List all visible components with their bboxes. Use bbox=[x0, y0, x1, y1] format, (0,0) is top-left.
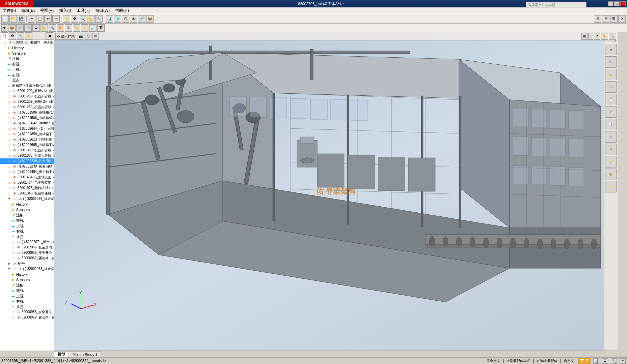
minimize-button[interactable]: ─ bbox=[608, 1, 614, 6]
cascade-button[interactable]: ⊟ bbox=[602, 15, 609, 23]
status-btn-2[interactable]: ⚙ bbox=[602, 358, 608, 364]
tile-button[interactable]: ⊞ bbox=[594, 15, 601, 23]
tree-item-part8[interactable]: ⚠ ⊖ (-) 82002642_Brother（曲轴箱 bbox=[0, 121, 54, 126]
tree-item-origin1[interactable]: ✛ 原点 bbox=[0, 78, 54, 83]
close-all-button[interactable]: ✕ bbox=[618, 15, 626, 23]
tree-item-top2[interactable]: ▬ 上视 bbox=[0, 223, 54, 229]
con-btn-2[interactable]: 🔧 bbox=[605, 56, 617, 68]
tree-item-part25[interactable]: ⚠ ⊖ 82000962_驱动体（曲轴箱下 bbox=[0, 255, 54, 261]
feature-manager-tab[interactable]: 📋 bbox=[1, 32, 8, 40]
tree-item-notes1[interactable]: 📝 注解 bbox=[0, 56, 54, 61]
con-btn-8[interactable]: 🔍 bbox=[605, 131, 617, 143]
3d-viewport[interactable]: X Y Z 佑 脊梁架构 bbox=[54, 32, 618, 351]
menu-window[interactable]: 窗口(W) bbox=[92, 7, 112, 14]
tree-item-part3[interactable]: ⚠ ⊖ 82001239_机器人管线（曲轴 bbox=[0, 94, 54, 99]
con-btn-9[interactable]: 📌 bbox=[605, 144, 617, 155]
interference-button[interactable]: ⚠ bbox=[65, 24, 72, 32]
tree-item-notes3[interactable]: 📝 注解 bbox=[0, 282, 54, 288]
save-button[interactable]: 💾 bbox=[18, 15, 25, 23]
tree-item-sensors2[interactable]: ▶ Sensors bbox=[0, 207, 54, 212]
pattern-button[interactable]: ⊞ bbox=[24, 24, 32, 32]
tree-item-history2[interactable]: ▶ History bbox=[0, 202, 54, 207]
rebuild-button[interactable]: ⚡ bbox=[63, 15, 70, 23]
vp-view-btn[interactable]: 📷 bbox=[77, 33, 84, 40]
menu-insert[interactable]: 插入(I) bbox=[56, 7, 74, 14]
restore-button[interactable]: □ bbox=[614, 1, 620, 6]
performance-button[interactable]: 📊 bbox=[89, 24, 97, 32]
tree-item-top3[interactable]: ▬ 上视 bbox=[0, 293, 54, 299]
hide-button[interactable]: 👁 bbox=[130, 15, 137, 23]
tree-item-top1[interactable]: ▬ 上视 bbox=[0, 67, 54, 72]
status-btn-4[interactable]: ✂ bbox=[620, 358, 626, 364]
vp-pan-btn[interactable]: ✋ bbox=[601, 33, 608, 40]
insert-component-button[interactable]: 📦 bbox=[8, 24, 16, 32]
status-btn-3[interactable]: 🔧 bbox=[611, 358, 617, 364]
smart-fasteners-button[interactable]: 🔩 bbox=[49, 24, 56, 32]
tree-item-part22[interactable]: ⚠ ⊖ (-) 82002071_板金（曲轴箱 bbox=[0, 239, 54, 245]
new-button[interactable]: 📄 bbox=[1, 15, 9, 23]
tab-model[interactable]: 模型 bbox=[54, 351, 69, 357]
assembly-features-button[interactable]: ⚙ bbox=[32, 24, 40, 32]
tree-item-part9[interactable]: ⚠ ⊖ (-) 82002644_<1>（曲轴箱下 bbox=[0, 126, 54, 131]
filter-button[interactable]: ▼ bbox=[1, 24, 7, 32]
tree-item-right2[interactable]: ▬ 右视 bbox=[0, 229, 54, 234]
vp-zoom-fit-btn[interactable]: ⊞ bbox=[581, 33, 588, 40]
arrange-button[interactable]: ☰ bbox=[610, 15, 618, 23]
tree-item-part1[interactable]: ⬡ 曲轴箱下体底座板<1>（曲 bbox=[0, 83, 54, 88]
tree-item-front1[interactable]: ▬ 前视 bbox=[0, 61, 54, 67]
tree-item-part23[interactable]: ⚠ ⊖ 82002066_板金房间（曲轴箱 bbox=[0, 245, 54, 250]
view3d-button[interactable]: 🧊 bbox=[114, 15, 121, 23]
copy-button[interactable]: 📋 bbox=[36, 15, 44, 23]
dim-expert-tab[interactable]: 📐 bbox=[25, 32, 32, 40]
vp-zoom-btn[interactable]: 🔍 bbox=[609, 33, 616, 40]
tree-item-mating[interactable]: ▶ 🔗 配合 bbox=[0, 261, 54, 266]
tree-item-part16[interactable]: ⚠ ⊖ (-) 82002239_长安围栏（曲轴 bbox=[0, 164, 54, 169]
measure-button[interactable]: 📐 bbox=[87, 15, 94, 23]
menu-view[interactable]: 视图(V) bbox=[37, 7, 56, 14]
con-btn-12[interactable]: ⭐ bbox=[605, 181, 617, 192]
tree-item-part2[interactable]: ⚠ ⊖ 82001209_底板<1>（曲轴箱 bbox=[0, 88, 54, 94]
vp-rotate-btn[interactable]: ↺ bbox=[594, 33, 600, 40]
cut-button[interactable]: ✂ bbox=[28, 15, 35, 23]
tree-item-part15[interactable]: ⚠ ⊖ (-) 82002239_长安围栏（曲轴 bbox=[0, 158, 54, 164]
tree-item-notes2[interactable]: 📝 注解 bbox=[0, 212, 54, 218]
tree-item-part12[interactable]: ⚠ ⊖ (-) 82002665_曲轴箱下体（曲 bbox=[0, 142, 54, 148]
tree-item-part24[interactable]: ⚠ ⊖ 82000958_安全开关（曲轴箱 bbox=[0, 250, 54, 255]
menu-file[interactable]: 文件(F) bbox=[0, 7, 19, 14]
tree-item-origin3[interactable]: ✛ 原点 bbox=[0, 304, 54, 309]
tree-item-front3[interactable]: ▬ 前视 bbox=[0, 288, 54, 293]
clearance-button[interactable]: 📏 bbox=[73, 24, 80, 32]
tree-item-sensors3[interactable]: ▶ Sensors bbox=[0, 277, 54, 282]
tree-item-front2[interactable]: ▬ 前视 bbox=[0, 218, 54, 223]
config-manager-tab[interactable]: 🔧 bbox=[17, 32, 24, 40]
tree-item-right3[interactable]: ▬ 右视 bbox=[0, 299, 54, 304]
tree-item-right1[interactable]: ▬ 右视 bbox=[0, 72, 54, 78]
panel-collapse-button[interactable]: ◀ bbox=[46, 32, 53, 40]
tree-item-asm1[interactable]: ▼ ⚠ ⊖ (-) 82002076_板金房间（曲轴 bbox=[0, 196, 54, 202]
open-button[interactable]: 📂 bbox=[9, 15, 17, 23]
tree-item-part14[interactable]: ⚠ ⊖ 82001383_机器人管线（曲轴 bbox=[0, 153, 54, 158]
tree-item-part20[interactable]: ⚠ ⊖ 82001975_翻转机<1>（曲轴 bbox=[0, 185, 54, 191]
redo-button[interactable]: ↪ bbox=[52, 15, 60, 23]
tree-item-part27[interactable]: ⚠ ⊖ 82000962_驱动体（曲轴箱下 bbox=[0, 315, 54, 320]
con-btn-4[interactable]: ✂ bbox=[605, 81, 617, 93]
zoom-button[interactable]: 🔍 bbox=[79, 15, 86, 23]
menu-edit[interactable]: 编辑(E) bbox=[19, 7, 37, 14]
vp-display-btn[interactable]: ⚙ 显示样式 bbox=[55, 33, 76, 40]
close-button[interactable]: ✕ bbox=[620, 1, 626, 6]
display-button[interactable]: 📊 bbox=[106, 15, 113, 23]
con-btn-7[interactable]: 📊 bbox=[605, 119, 617, 130]
tree-item-part4[interactable]: ⚠ ⊖ 82001209_底板<2>（曲轴箱 bbox=[0, 99, 54, 104]
tree-item-part6[interactable]: ⚠ ⊖ (-) 82001506_曲轴箱<1>（曲 bbox=[0, 110, 54, 115]
vp-normal-btn[interactable]: ↕ bbox=[588, 33, 593, 40]
search-bar[interactable]: 🔍 bbox=[526, 2, 587, 7]
con-btn-3[interactable]: 📐 bbox=[605, 69, 617, 80]
options-button[interactable]: ⚙ bbox=[71, 15, 78, 23]
mate-cmd-button[interactable]: 🔗 bbox=[16, 24, 24, 32]
tree-item-sensors1[interactable]: ▶ Sensors bbox=[0, 51, 54, 56]
tree-item-part17[interactable]: ⚠ ⊖ (-) 82001464_电主轴支架（曲 bbox=[0, 169, 54, 175]
explode-button[interactable]: 💥 bbox=[57, 24, 64, 32]
tree-item-part19[interactable]: ⚠ ⊖ 82001464_电主轴支架（曲轴 bbox=[0, 180, 54, 185]
section-button[interactable]: ⬡ bbox=[122, 15, 129, 23]
con-btn-1[interactable]: ⚙ bbox=[605, 44, 617, 55]
